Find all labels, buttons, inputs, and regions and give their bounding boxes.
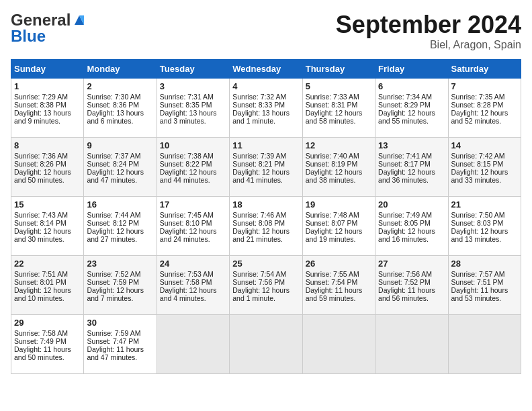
calendar-cell: 23Sunrise: 7:52 AMSunset: 7:59 PMDayligh…	[84, 256, 157, 315]
day-info-line: and 16 minutes.	[378, 235, 445, 243]
day-info-line: Sunset: 7:56 PM	[232, 278, 299, 286]
day-info-line: Sunset: 8:05 PM	[378, 219, 445, 227]
calendar-week-2: 8Sunrise: 7:36 AMSunset: 8:26 PMDaylight…	[11, 138, 521, 197]
day-number: 6	[378, 81, 445, 91]
day-info-line: Daylight: 12 hours	[160, 227, 226, 235]
day-info-line: and 7 minutes.	[87, 294, 153, 302]
day-number: 18	[232, 199, 299, 210]
day-info-line: Sunrise: 7:58 AM	[14, 329, 81, 337]
day-number: 19	[306, 199, 372, 210]
calendar-cell: 7Sunrise: 7:35 AMSunset: 8:28 PMDaylight…	[448, 79, 521, 138]
day-info-line: Sunrise: 7:43 AM	[14, 211, 81, 219]
title-block: September 2024 Biel, Aragon, Spain	[336, 11, 521, 51]
day-info-line: Sunrise: 7:42 AM	[451, 152, 518, 160]
day-info-line: Sunset: 8:22 PM	[160, 160, 226, 168]
calendar-cell: 15Sunrise: 7:43 AMSunset: 8:14 PMDayligh…	[11, 197, 84, 256]
day-number: 5	[306, 81, 372, 91]
calendar-cell: 11Sunrise: 7:39 AMSunset: 8:21 PMDayligh…	[230, 138, 302, 197]
day-info-line: Sunset: 8:10 PM	[160, 219, 226, 227]
day-info-line: Sunset: 8:38 PM	[14, 101, 81, 109]
day-info-line: Sunset: 8:24 PM	[87, 160, 153, 168]
day-info-line: Sunrise: 7:34 AM	[378, 93, 445, 101]
day-info-line: Daylight: 12 hours	[306, 109, 372, 117]
day-info-line: and 21 minutes.	[232, 235, 299, 243]
day-info-line: Daylight: 12 hours	[451, 109, 518, 117]
calendar-cell: 16Sunrise: 7:44 AMSunset: 8:12 PMDayligh…	[84, 197, 157, 256]
day-info-line: Sunrise: 7:29 AM	[14, 93, 81, 101]
day-info-line: Sunrise: 7:36 AM	[14, 152, 81, 160]
day-info-line: Sunset: 8:26 PM	[14, 160, 81, 168]
day-info-line: Sunset: 7:52 PM	[378, 278, 445, 286]
day-info-line: Sunset: 7:54 PM	[306, 278, 372, 286]
day-info-line: and 1 minute.	[232, 294, 299, 302]
day-info-line: and 50 minutes.	[14, 176, 81, 184]
day-number: 23	[87, 259, 153, 269]
day-info-line: Sunset: 8:15 PM	[451, 160, 518, 168]
day-number: 7	[451, 81, 518, 91]
day-info-line: Sunset: 8:36 PM	[87, 101, 153, 109]
calendar-cell: 2Sunrise: 7:30 AMSunset: 8:36 PMDaylight…	[84, 79, 157, 138]
day-number: 4	[232, 81, 299, 91]
day-info-line: Daylight: 12 hours	[451, 168, 518, 176]
day-info-line: Daylight: 12 hours	[14, 227, 81, 235]
day-info-line: Sunrise: 7:45 AM	[160, 211, 226, 219]
calendar-cell	[230, 315, 302, 374]
day-info-line: Sunset: 8:29 PM	[378, 101, 445, 109]
calendar-cell: 12Sunrise: 7:40 AMSunset: 8:19 PMDayligh…	[302, 138, 375, 197]
calendar-cell: 19Sunrise: 7:48 AMSunset: 8:07 PMDayligh…	[302, 197, 375, 256]
day-info-line: and 19 minutes.	[306, 235, 372, 243]
calendar-cell: 13Sunrise: 7:41 AMSunset: 8:17 PMDayligh…	[375, 138, 448, 197]
day-number: 22	[14, 259, 81, 269]
day-info-line: Sunrise: 7:55 AM	[306, 270, 372, 278]
day-info-line: and 56 minutes.	[378, 294, 445, 302]
day-info-line: Sunset: 8:14 PM	[14, 219, 81, 227]
month-title: September 2024	[336, 11, 521, 39]
header-day-sunday: Sunday	[11, 60, 84, 79]
day-info-line: Sunrise: 7:44 AM	[87, 211, 153, 219]
calendar-cell: 18Sunrise: 7:46 AMSunset: 8:08 PMDayligh…	[230, 197, 302, 256]
calendar-cell: 29Sunrise: 7:58 AMSunset: 7:49 PMDayligh…	[11, 315, 84, 374]
day-info-line: Sunrise: 7:33 AM	[306, 93, 372, 101]
day-info-line: Daylight: 12 hours	[160, 286, 226, 294]
day-number: 3	[160, 81, 226, 91]
day-number: 30	[87, 318, 153, 328]
calendar-cell: 5Sunrise: 7:33 AMSunset: 8:31 PMDaylight…	[302, 79, 375, 138]
calendar-cell: 20Sunrise: 7:49 AMSunset: 8:05 PMDayligh…	[375, 197, 448, 256]
day-info-line: Sunset: 8:07 PM	[306, 219, 372, 227]
day-info-line: Daylight: 12 hours	[232, 168, 299, 176]
calendar-cell: 1Sunrise: 7:29 AMSunset: 8:38 PMDaylight…	[11, 79, 84, 138]
day-number: 9	[87, 140, 153, 150]
calendar-week-5: 29Sunrise: 7:58 AMSunset: 7:49 PMDayligh…	[11, 315, 521, 374]
day-info-line: Sunset: 7:47 PM	[87, 337, 153, 345]
day-info-line: and 27 minutes.	[87, 235, 153, 243]
calendar-cell: 21Sunrise: 7:50 AMSunset: 8:03 PMDayligh…	[448, 197, 521, 256]
day-info-line: Sunset: 8:33 PM	[232, 101, 299, 109]
day-info-line: Daylight: 13 hours	[14, 109, 81, 117]
day-info-line: Daylight: 12 hours	[14, 286, 81, 294]
calendar-cell: 26Sunrise: 7:55 AMSunset: 7:54 PMDayligh…	[302, 256, 375, 315]
day-number: 13	[378, 140, 445, 150]
logo-blue: Blue	[11, 27, 46, 46]
day-number: 27	[378, 259, 445, 269]
day-info-line: and 30 minutes.	[14, 235, 81, 243]
day-info-line: Daylight: 12 hours	[87, 286, 153, 294]
day-info-line: Sunrise: 7:56 AM	[378, 270, 445, 278]
day-info-line: Sunrise: 7:50 AM	[451, 211, 518, 219]
day-info-line: and 1 minute.	[232, 117, 299, 125]
calendar-cell	[375, 315, 448, 374]
day-info-line: and 59 minutes.	[306, 294, 372, 302]
calendar-cell: 10Sunrise: 7:38 AMSunset: 8:22 PMDayligh…	[157, 138, 229, 197]
day-info-line: Sunset: 8:31 PM	[306, 101, 372, 109]
day-number: 2	[87, 81, 153, 91]
day-info-line: and 41 minutes.	[232, 176, 299, 184]
day-number: 15	[14, 199, 81, 210]
day-info-line: Sunrise: 7:49 AM	[378, 211, 445, 219]
calendar-header-row: SundayMondayTuesdayWednesdayThursdayFrid…	[11, 60, 521, 79]
calendar-cell	[448, 315, 521, 374]
day-info-line: Sunrise: 7:30 AM	[87, 93, 153, 101]
day-info-line: and 47 minutes.	[87, 176, 153, 184]
day-info-line: Sunrise: 7:54 AM	[232, 270, 299, 278]
logo: General Blue	[11, 11, 87, 46]
day-info-line: Daylight: 11 hours	[451, 286, 518, 294]
day-info-line: Sunrise: 7:52 AM	[87, 270, 153, 278]
